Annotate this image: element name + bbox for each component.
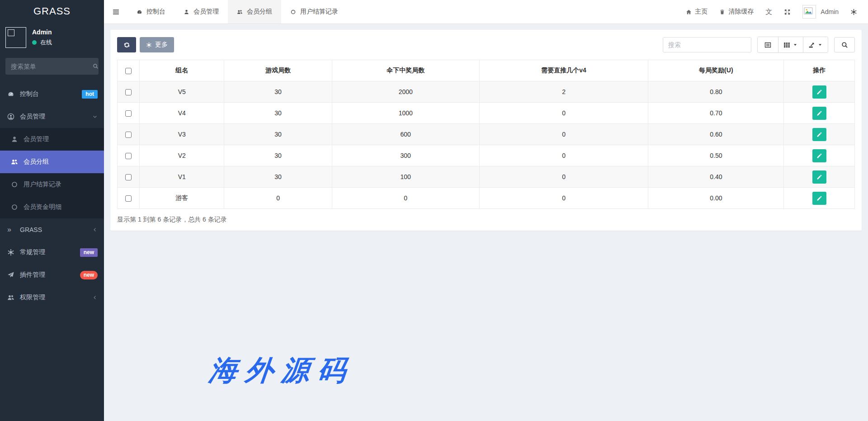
cell-reward: 0.70 <box>648 103 784 124</box>
sidebar-item-member-list[interactable]: 会员管理 <box>0 128 104 151</box>
tab-label: 会员分组 <box>247 8 272 16</box>
sidebar-item-dashboard[interactable]: 控制台 hot <box>0 83 104 105</box>
cell-required-v4: 0 <box>479 124 648 145</box>
cell-game-rounds: 30 <box>224 81 332 103</box>
export-button[interactable] <box>803 37 828 52</box>
cell-group-name: V1 <box>139 166 224 188</box>
paper-plane-icon <box>7 271 14 279</box>
export-icon <box>808 42 815 48</box>
cell-reward: 0.00 <box>648 188 784 209</box>
circle-icon <box>11 181 18 188</box>
edit-button[interactable] <box>812 85 826 99</box>
row-checkbox[interactable] <box>125 132 132 138</box>
select-all-checkbox[interactable] <box>125 68 132 74</box>
search-button[interactable] <box>834 37 855 52</box>
language-icon[interactable]: 文 <box>765 8 772 16</box>
hot-badge: hot <box>82 90 98 99</box>
edit-button[interactable] <box>812 170 826 184</box>
chevron-left-icon <box>92 295 98 300</box>
table-search-input[interactable] <box>663 37 751 52</box>
tab-label: 控制台 <box>146 8 165 16</box>
sidebar-toggle-button[interactable] <box>104 0 127 24</box>
clear-cache-button[interactable]: 清除缓存 <box>719 8 754 16</box>
sidebar-item-label: 常规管理 <box>20 248 45 256</box>
user-status-label: 在线 <box>40 38 52 47</box>
hamburger-icon <box>112 8 120 16</box>
clear-cache-label: 清除缓存 <box>728 8 754 16</box>
cell-game-rounds: 30 <box>224 103 332 124</box>
edit-button[interactable] <box>812 128 826 141</box>
table-row: V3 30 600 0 0.60 <box>118 124 855 145</box>
pencil-icon <box>816 110 822 116</box>
topbar-username: Admin <box>821 8 839 15</box>
column-header[interactable]: 每局奖励(U) <box>648 60 784 81</box>
table-row: V2 30 300 0 0.50 <box>118 145 855 166</box>
sidebar-item-member-group[interactable]: 会员分组 <box>0 151 104 173</box>
record-summary: 显示第 1 到第 6 条记录，总共 6 条记录 <box>117 216 855 224</box>
sidebar-item-label: 权限管理 <box>20 293 45 302</box>
columns-button[interactable] <box>778 37 803 52</box>
cell-reward: 0.40 <box>648 166 784 188</box>
search-icon <box>93 63 99 69</box>
cell-game-rounds: 30 <box>224 124 332 145</box>
table-header-row: 组名 游戏局数 伞下中奖局数 需要直推几个v4 每局奖励(U) 操作 <box>118 60 855 81</box>
sidebar: GRASS Admin 在线 控制台 hot 会员管理 <box>0 0 104 421</box>
edit-button[interactable] <box>812 192 826 205</box>
sidebar-item-label: 会员资金明细 <box>24 203 61 211</box>
cell-win-rounds: 600 <box>332 124 479 145</box>
caret-down-icon <box>817 42 823 47</box>
edit-button[interactable] <box>812 149 826 162</box>
more-button[interactable]: 更多 <box>140 37 174 52</box>
sidebar-item-fund-details[interactable]: 会员资金明细 <box>0 196 104 218</box>
column-header: 操作 <box>784 60 855 81</box>
watermark-text: 海外源码 <box>208 356 356 384</box>
app-window: GRASS Admin 在线 控制台 hot 会员管理 <box>0 0 868 421</box>
sidebar-item-permission-management[interactable]: 权限管理 <box>0 286 104 309</box>
user-menu[interactable]: Admin <box>802 5 839 19</box>
sidebar-item-label: 会员管理 <box>24 135 49 143</box>
column-header[interactable]: 组名 <box>139 60 224 81</box>
menu-search <box>5 58 99 75</box>
sidebar-item-general-management[interactable]: 常规管理 new <box>0 241 104 264</box>
column-header[interactable]: 伞下中奖局数 <box>332 60 479 81</box>
row-checkbox[interactable] <box>125 89 132 95</box>
menu-search-input[interactable] <box>11 63 93 70</box>
sidebar-menu: 控制台 hot 会员管理 会员管理 会员分组 用户结算记录 <box>0 83 104 309</box>
sidebar-item-label: 控制台 <box>20 90 39 98</box>
new-badge: new <box>80 248 98 257</box>
sidebar-item-label: 插件管理 <box>20 271 45 279</box>
home-link[interactable]: 主页 <box>686 8 708 16</box>
sidebar-item-settle-records[interactable]: 用户结算记录 <box>0 173 104 196</box>
edit-button[interactable] <box>812 107 826 120</box>
tab-member-management[interactable]: 会员管理 <box>175 0 228 24</box>
settings-gear-icon[interactable] <box>850 9 857 15</box>
angle-double-right-icon: » <box>7 226 14 233</box>
column-header[interactable]: 游戏局数 <box>224 60 332 81</box>
row-checkbox[interactable] <box>125 110 132 117</box>
fullscreen-icon[interactable] <box>784 9 791 15</box>
tab-dashboard[interactable]: 控制台 <box>127 0 175 24</box>
pencil-icon <box>816 174 822 180</box>
circle-icon <box>290 9 296 15</box>
row-checkbox[interactable] <box>125 174 132 180</box>
sidebar-submenu: 会员管理 会员分组 用户结算记录 会员资金明细 <box>0 128 104 218</box>
sidebar-item-label: GRASS <box>20 226 42 233</box>
sidebar-item-label: 用户结算记录 <box>24 180 61 189</box>
sidebar-item-member-management[interactable]: 会员管理 <box>0 105 104 128</box>
tab-member-group[interactable]: 会员分组 <box>228 0 281 24</box>
refresh-button[interactable] <box>117 37 136 52</box>
tachometer-icon <box>137 9 142 15</box>
column-header[interactable]: 需要直推几个v4 <box>479 60 648 81</box>
sidebar-item-plugin-management[interactable]: 插件管理 new <box>0 264 104 286</box>
content-area: 更多 <box>104 24 868 421</box>
avatar[interactable] <box>5 27 26 48</box>
tab-settle-records[interactable]: 用户结算记录 <box>281 0 347 24</box>
row-checkbox[interactable] <box>125 153 132 159</box>
toggle-view-button[interactable] <box>758 37 778 52</box>
cell-required-v4: 2 <box>479 81 648 103</box>
cell-reward: 0.80 <box>648 81 784 103</box>
sidebar-item-grass[interactable]: » GRASS <box>0 218 104 241</box>
pencil-icon <box>816 89 822 95</box>
row-checkbox[interactable] <box>125 195 132 202</box>
cell-game-rounds: 30 <box>224 145 332 166</box>
